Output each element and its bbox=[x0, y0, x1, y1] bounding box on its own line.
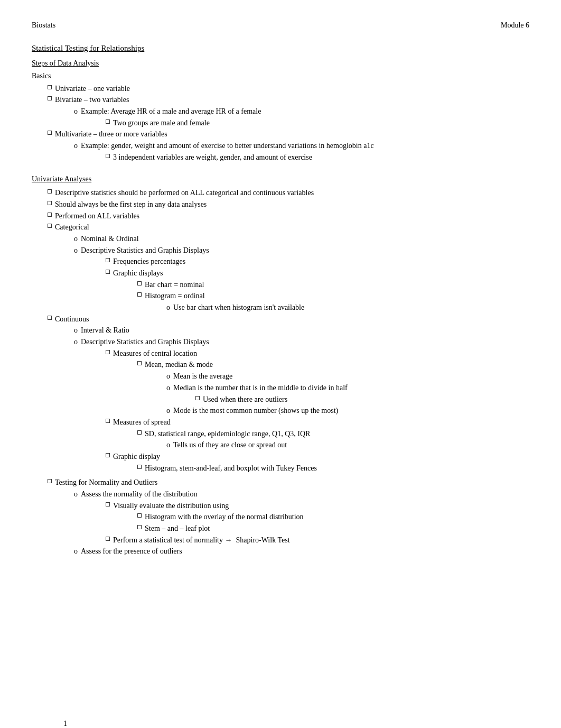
list-item: o Example: Average HR of a male and aver… bbox=[74, 106, 529, 117]
bullet-icon bbox=[48, 189, 52, 193]
item-text: Histogram, stem-and-leaf, and boxplot wi… bbox=[145, 463, 529, 474]
bullet-icon bbox=[48, 224, 52, 228]
bullet-icon bbox=[48, 316, 52, 320]
univariate-heading: Univariate Analyses bbox=[32, 173, 529, 185]
list-item: Perform a statistical test of normality … bbox=[106, 535, 529, 546]
list-item: Categorical bbox=[48, 222, 529, 233]
list-item: 3 independent variables are weight, gend… bbox=[106, 152, 529, 163]
list-item: o Mode is the most common number (shows … bbox=[166, 405, 529, 417]
item-text: Histogram with the overlay of the normal… bbox=[145, 511, 529, 523]
list-item: Histogram = ordinal bbox=[137, 290, 529, 302]
item-text: 3 independent variables are weight, gend… bbox=[113, 152, 529, 163]
item-text: Interval & Ratio bbox=[81, 325, 529, 336]
bullet-o-icon: o bbox=[74, 140, 78, 152]
header-right: Module 6 bbox=[501, 21, 529, 30]
bullet-icon bbox=[106, 119, 110, 124]
bullet-icon bbox=[137, 513, 142, 518]
basics-heading: Basics bbox=[32, 70, 529, 82]
item-text: Example: Average HR of a male and averag… bbox=[81, 106, 529, 117]
bullet-o-icon: o bbox=[166, 302, 170, 314]
bullet-icon bbox=[106, 453, 110, 457]
list-item: Bar chart = nominal bbox=[137, 279, 529, 291]
list-item: o Use bar chart when histogram isn't ava… bbox=[166, 302, 529, 314]
item-text: Stem – and – leaf plot bbox=[145, 523, 529, 535]
header-left: Biostats bbox=[32, 21, 55, 30]
list-item: Univariate – one variable bbox=[48, 83, 529, 95]
list-item: Multivariate – three or more variables bbox=[48, 128, 529, 140]
item-text: Univariate – one variable bbox=[55, 83, 529, 95]
bullet-icon bbox=[48, 479, 52, 483]
item-text: Frequencies percentages bbox=[113, 256, 529, 268]
item-text: Measures of central location bbox=[113, 348, 529, 360]
bullet-icon bbox=[106, 537, 110, 541]
item-text: Multivariate – three or more variables bbox=[55, 128, 529, 140]
bullet-icon bbox=[137, 465, 142, 469]
list-item: Stem – and – leaf plot bbox=[137, 523, 529, 535]
list-item: o Descriptive Statistics and Graphis Dis… bbox=[74, 336, 529, 348]
bullet-o-icon: o bbox=[74, 336, 78, 348]
item-text: Mean, median & mode bbox=[145, 359, 529, 371]
bullet-o-icon: o bbox=[166, 382, 170, 394]
bullet-icon bbox=[106, 419, 110, 423]
item-text: Median is the number that is in the midd… bbox=[173, 382, 529, 394]
bullet-o-icon: o bbox=[74, 233, 78, 245]
list-item: o Descriptive Statistics and Graphis Dis… bbox=[74, 245, 529, 256]
bullet-icon bbox=[48, 96, 52, 100]
bullet-o-icon: o bbox=[166, 371, 170, 382]
bullet-icon bbox=[106, 502, 110, 506]
bullet-icon bbox=[106, 258, 110, 262]
item-text: Used when there are outliers bbox=[203, 394, 529, 406]
bullet-icon bbox=[137, 430, 142, 435]
list-item: o Assess the normality of the distributi… bbox=[74, 489, 529, 500]
list-item: Used when there are outliers bbox=[195, 394, 529, 406]
bullet-o-icon: o bbox=[166, 405, 170, 417]
bullet-icon bbox=[137, 525, 142, 529]
item-text: Descriptive Statistics and Graphis Displ… bbox=[81, 245, 529, 256]
bullet-icon bbox=[137, 281, 142, 285]
subtitle: Steps of Data Analysis bbox=[32, 58, 529, 69]
list-item: Measures of spread bbox=[106, 417, 529, 428]
bullet-o-icon: o bbox=[74, 546, 78, 557]
item-text: Histogram = ordinal bbox=[145, 290, 529, 302]
list-item: Should always be the first step in any d… bbox=[48, 199, 529, 210]
list-item: Mean, median & mode bbox=[137, 359, 529, 371]
item-text: Testing for Normality and Outliers bbox=[55, 477, 529, 489]
list-item: o Example: gender, weight and amount of … bbox=[74, 140, 529, 152]
page-number: 1 bbox=[63, 720, 67, 728]
bullet-o-icon: o bbox=[74, 325, 78, 336]
item-text: Mode is the most common number (shows up… bbox=[173, 405, 529, 417]
bullet-icon bbox=[48, 85, 52, 89]
item-text: SD, statistical range, epidemiologic ran… bbox=[145, 428, 529, 440]
list-item: o Assess for the presence of outliers bbox=[74, 546, 529, 557]
item-text: Continuous bbox=[55, 314, 529, 325]
item-text: Should always be the first step in any d… bbox=[55, 199, 529, 210]
item-text: Assess the normality of the distribution bbox=[81, 489, 529, 500]
list-item: Graphic display bbox=[106, 451, 529, 463]
list-item: o Median is the number that is in the mi… bbox=[166, 382, 529, 394]
list-item: SD, statistical range, epidemiologic ran… bbox=[137, 428, 529, 440]
item-text: Example: gender, weight and amount of ex… bbox=[81, 140, 529, 152]
list-item: o Interval & Ratio bbox=[74, 325, 529, 336]
item-text: Descriptive Statistics and Graphis Displ… bbox=[81, 336, 529, 348]
list-item: o Nominal & Ordinal bbox=[74, 233, 529, 245]
item-text: Nominal & Ordinal bbox=[81, 233, 529, 245]
list-item: Histogram with the overlay of the normal… bbox=[137, 511, 529, 523]
item-text: Performed on ALL variables bbox=[55, 210, 529, 222]
item-text: Visually evaluate the distribution using bbox=[113, 500, 529, 512]
bullet-o-icon: o bbox=[74, 489, 78, 500]
item-text: Perform a statistical test of normality … bbox=[113, 535, 529, 546]
page-title: Statistical Testing for Relationships bbox=[32, 44, 144, 52]
item-text: Bar chart = nominal bbox=[145, 279, 529, 291]
item-text: Assess for the presence of outliers bbox=[81, 546, 529, 557]
bullet-o-icon: o bbox=[166, 439, 170, 451]
item-text: Categorical bbox=[55, 222, 529, 233]
list-item: Graphic displays bbox=[106, 268, 529, 279]
list-item: Two groups are male and female bbox=[106, 117, 529, 129]
bullet-icon bbox=[48, 201, 52, 205]
bullet-icon bbox=[137, 361, 142, 365]
list-item: Bivariate – two variables bbox=[48, 94, 529, 106]
item-text: Graphic displays bbox=[113, 268, 529, 279]
list-item: Histogram, stem-and-leaf, and boxplot wi… bbox=[137, 463, 529, 474]
list-item: Continuous bbox=[48, 314, 529, 325]
list-item: Visually evaluate the distribution using bbox=[106, 500, 529, 512]
